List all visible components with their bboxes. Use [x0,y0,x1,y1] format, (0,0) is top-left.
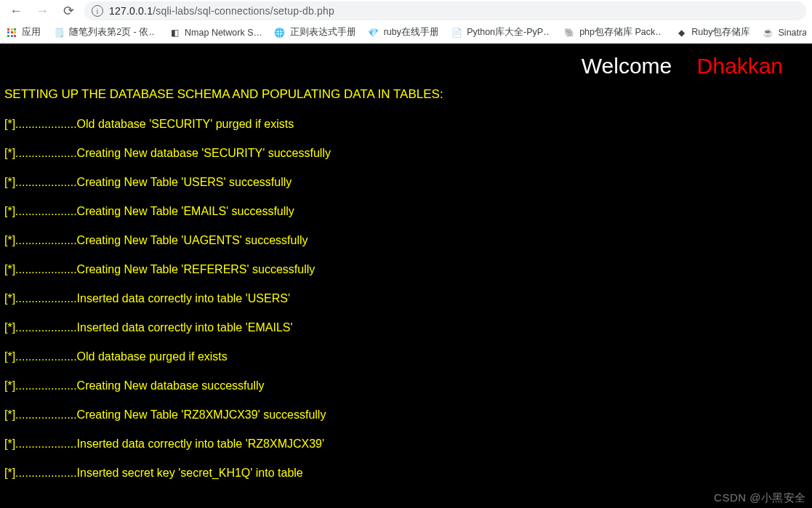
bookmark-icon: 📄 [451,27,462,39]
bookmark-item-3[interactable]: 💎ruby在线手册 [368,26,438,39]
bookmark-label: 正则表达式手册 [290,26,355,39]
dhakkan-text: Dhakkan [697,54,783,78]
log-line-6: [*]...................Inserted data corr… [4,292,808,305]
bookmark-item-2[interactable]: 🌐正则表达式手册 [274,26,355,39]
bookmark-item-1[interactable]: ◧Nmap Network S… [169,27,261,39]
apps-icon [6,27,17,39]
welcome-text: Welcome [582,54,672,78]
bookmark-item-4[interactable]: 📄Python库大全-PyP… [451,26,550,39]
watermark: CSDN @小黑安全 [714,491,806,505]
log-line-2: [*]...................Creating New Table… [4,176,808,189]
page-body: Welcome Dhakkan SETTING UP THE DATABASE … [0,44,812,508]
bookmark-label: Python库大全-PyP… [467,26,550,39]
url-bar[interactable]: i 127.0.0.1/sqli-labs/sql-connections/se… [84,1,806,20]
log-line-3: [*]...................Creating New Table… [4,205,808,218]
bookmark-label: 随笔列表第2页 - 依… [69,26,156,39]
setup-heading: SETTING UP THE DATABASE SCHEMA AND POPUL… [4,87,808,102]
bookmark-item-7[interactable]: ☕Sinatra [763,27,806,39]
forward-button[interactable]: → [32,1,52,21]
bookmark-item-5[interactable]: 🐘php包存储库 Pack… [563,26,662,39]
log-line-12: [*]...................Inserted secret ke… [4,467,808,480]
browser-toolbar: ← → ⟳ i 127.0.0.1/sqli-labs/sql-connecti… [0,0,812,22]
reload-button[interactable]: ⟳ [58,1,79,21]
log-line-11: [*]...................Inserted data corr… [4,438,808,451]
log-line-9: [*]...................Creating New datab… [4,379,808,392]
welcome-banner: Welcome Dhakkan [582,54,783,78]
log-line-0: [*]...................Old database 'SECU… [4,118,808,131]
setup-log: [*]...................Old database 'SECU… [4,118,808,480]
log-line-4: [*]...................Creating New Table… [4,234,808,247]
bookmark-label: Sinatra [779,28,806,38]
back-button[interactable]: ← [6,1,26,21]
bookmark-icon: 🐘 [563,27,575,39]
bookmark-item-0[interactable]: 🗒️随笔列表第2页 - 依… [53,26,156,39]
bookmark-icon: ◆ [675,27,687,39]
log-line-5: [*]...................Creating New Table… [4,263,808,276]
bookmark-item-6[interactable]: ◆Ruby包存储库 [675,26,749,39]
log-line-7: [*]...................Inserted data corr… [4,321,808,334]
bookmark-label: Ruby包存储库 [691,26,749,39]
bookmark-icon: ◧ [169,27,180,39]
bookmark-label: php包存储库 Pack… [579,26,662,39]
url-text: 127.0.0.1/sqli-labs/sql-connections/setu… [109,5,334,17]
apps-shortcut[interactable]: 应用 [6,26,40,39]
bookmark-label: ruby在线手册 [384,26,438,39]
log-line-8: [*]...................Old database purge… [4,350,808,363]
bookmark-label: Nmap Network S… [185,28,261,38]
bookmark-icon: 🌐 [274,27,286,39]
log-line-1: [*]...................Creating New datab… [4,147,808,160]
site-info-icon[interactable]: i [92,5,103,17]
log-line-10: [*]...................Creating New Table… [4,408,808,422]
bookmark-icon: ☕ [763,27,774,39]
bookmark-icon: 🗒️ [53,27,65,39]
apps-label: 应用 [22,26,40,39]
bookmark-bar: 应用 🗒️随笔列表第2页 - 依…◧Nmap Network S…🌐正则表达式手… [0,22,812,44]
bookmark-icon: 💎 [368,27,379,39]
